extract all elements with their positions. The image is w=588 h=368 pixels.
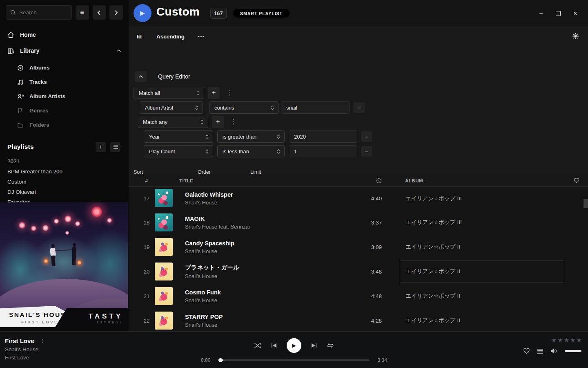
track-artist[interactable]: Snail's House feat. Sennzai — [185, 224, 351, 230]
sidebar-item-genres[interactable]: Genres — [0, 105, 129, 116]
shuffle-button[interactable] — [254, 343, 261, 348]
rule-group-menu-button[interactable]: ⋮ — [225, 89, 234, 96]
now-playing-artist[interactable]: Snail's House — [5, 346, 45, 352]
table-row[interactable]: 21 Cosmo FunkSnail's House 4:48 エイリアン☆ポッ… — [129, 284, 588, 308]
now-playing-artwork[interactable]: SNAIL'S HOUSE FIRST LOVE TASTY ESTMMXI — [0, 202, 128, 331]
back-button[interactable] — [93, 5, 106, 20]
sidebar-item-albums[interactable]: Albums — [0, 62, 129, 73]
star-icon[interactable]: ★ — [557, 337, 563, 344]
rule-operator-select[interactable]: is less than — [217, 145, 285, 157]
close-icon: × — [573, 10, 577, 17]
volume-slider[interactable] — [565, 350, 582, 352]
sidebar-item-album-artists[interactable]: Album Artists — [0, 91, 129, 102]
sort-direction-button[interactable]: Ascending — [156, 34, 185, 40]
rule-operator-select[interactable]: is greater than — [217, 130, 285, 143]
remove-rule-button[interactable]: − — [361, 146, 372, 157]
star-icon[interactable]: ★ — [551, 337, 557, 344]
add-rule-button[interactable]: + — [208, 87, 220, 99]
rule-field-select[interactable]: Year — [144, 130, 213, 143]
close-button[interactable]: × — [567, 7, 584, 20]
rule-operator-select[interactable]: contains — [209, 101, 278, 114]
match-any-select[interactable]: Match any — [138, 116, 208, 128]
previous-button[interactable] — [271, 343, 277, 348]
rule-field-select[interactable]: Album Artist — [140, 101, 203, 114]
play-playlist-button[interactable]: ▶ — [134, 4, 151, 22]
hand-lantern — [44, 259, 48, 263]
artist-icon — [17, 93, 24, 100]
playlist-item[interactable]: Custom — [0, 177, 129, 187]
column-favorite[interactable] — [565, 178, 588, 183]
track-artist[interactable]: Snail's House — [185, 322, 351, 328]
column-duration[interactable] — [351, 178, 383, 184]
seek-handle[interactable] — [218, 358, 223, 362]
now-playing-menu-button[interactable]: ⋮ — [40, 338, 45, 344]
search-input[interactable] — [19, 9, 64, 16]
next-button[interactable] — [311, 343, 317, 348]
column-album[interactable]: ALBUM — [400, 178, 565, 183]
track-artist[interactable]: Snail's House — [185, 200, 351, 206]
star-icon[interactable]: ★ — [564, 337, 570, 344]
sidebar-item-library[interactable]: Library — [0, 45, 129, 57]
play-pause-button[interactable]: ▶ — [287, 338, 301, 353]
add-rule-button[interactable]: + — [212, 116, 224, 128]
match-all-select[interactable]: Match all — [134, 87, 204, 99]
collapse-query-editor-button[interactable] — [135, 71, 147, 82]
column-number[interactable]: # — [138, 178, 155, 183]
rule-group-menu-button[interactable]: ⋮ — [229, 118, 238, 126]
track-album[interactable]: エイリアン☆ポップ III — [400, 211, 564, 234]
repeat-button[interactable] — [327, 343, 334, 348]
menu-button[interactable]: ≡ — [76, 5, 89, 20]
playlist-list-button[interactable] — [110, 142, 120, 152]
sidebar-item-folders[interactable]: Folders — [0, 119, 129, 130]
rule-value-input[interactable] — [289, 145, 357, 157]
scrollbar-thumb[interactable] — [584, 199, 588, 208]
column-title[interactable]: TITLE — [179, 178, 351, 183]
queue-button[interactable] — [537, 348, 543, 354]
more-options-button[interactable]: ⋯ — [198, 33, 205, 40]
queue-icon — [537, 348, 543, 354]
now-playing-title[interactable]: First Love — [5, 337, 34, 344]
remove-rule-button[interactable]: − — [354, 102, 365, 113]
star-icon[interactable]: ★ — [577, 337, 582, 344]
track-artist[interactable]: Snail's House — [185, 297, 351, 303]
sort-field-button[interactable]: Id — [137, 34, 142, 40]
rule-value-input[interactable] — [289, 130, 357, 143]
search-box[interactable] — [6, 5, 72, 20]
sidebar-item-tracks[interactable]: Tracks — [0, 76, 129, 88]
track-album[interactable]: エイリアン☆ポップ II — [400, 309, 564, 331]
playlist-item[interactable]: 2021 — [0, 156, 129, 166]
forward-button[interactable] — [109, 5, 123, 20]
artwork-brand-sub: ESTMMXI — [96, 321, 123, 324]
table-row[interactable]: 22 STARRY POPSnail's House 4:28 エイリアン☆ポッ… — [129, 308, 588, 331]
track-album[interactable]: エイリアン☆ポップ II — [400, 236, 564, 258]
track-artist[interactable]: Snail's House — [185, 248, 351, 254]
sidebar-item-home[interactable]: Home — [0, 29, 129, 41]
track-album[interactable]: エイリアン☆ポップ II — [400, 285, 564, 307]
limit-label: Limit — [250, 169, 261, 175]
rule-value-input[interactable] — [281, 101, 350, 114]
table-row[interactable]: 19 Candy SpaceshipSnail's House 3:09 エイリ… — [129, 235, 588, 259]
playlist-item[interactable]: DJ Okawari — [0, 187, 129, 197]
table-row[interactable]: 18 MAGIKSnail's House feat. Sennzai 3:37… — [129, 210, 588, 235]
settings-gear-button[interactable] — [572, 33, 579, 40]
rule-field-select[interactable]: Play Count — [144, 145, 213, 157]
track-number: 17 — [138, 195, 155, 202]
seek-slider[interactable] — [218, 359, 370, 361]
playlist-item[interactable]: BPM Greater than 200 — [0, 166, 129, 177]
chevron-up-icon[interactable] — [116, 49, 121, 52]
star-icon[interactable]: ★ — [570, 337, 576, 344]
table-row[interactable]: 20 プラネット・ガールSnail's House 3:48 エイリアン☆ポップ… — [129, 259, 588, 284]
favorite-button[interactable] — [523, 348, 530, 354]
minimize-button[interactable]: − — [532, 7, 550, 20]
maximize-button[interactable] — [550, 7, 567, 20]
play-icon: ▶ — [292, 343, 296, 348]
track-album-focused[interactable]: エイリアン☆ポップ II — [400, 260, 564, 283]
volume-button[interactable] — [550, 348, 558, 354]
track-artist[interactable]: Snail's House — [185, 273, 351, 279]
add-playlist-button[interactable]: + — [96, 142, 106, 152]
now-playing-album[interactable]: First Love — [5, 355, 45, 361]
track-album[interactable]: エイリアン☆ポップ III — [400, 187, 564, 210]
table-row[interactable]: 17 Galactic WhisperSnail's House 4:40 エイ… — [129, 187, 588, 210]
volume-icon — [550, 348, 558, 354]
remove-rule-button[interactable]: − — [361, 131, 372, 142]
